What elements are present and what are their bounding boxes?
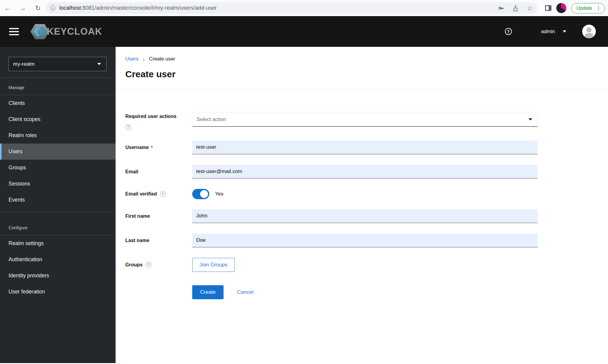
help-icon[interactable]: ? (160, 191, 166, 197)
first-name-field[interactable] (192, 209, 538, 223)
cancel-button[interactable]: Cancel (237, 289, 253, 295)
last-name-label: Last name (125, 238, 192, 243)
first-name-label: First name (125, 213, 192, 219)
chevron-down-icon (529, 118, 532, 120)
email-label: Email (125, 169, 192, 175)
chevron-down-icon (563, 30, 566, 33)
realm-name: my-realm (13, 61, 35, 67)
create-user-form: Required user actions ? Select action Us… (125, 109, 608, 299)
help-icon[interactable]: ? (125, 124, 131, 130)
sidebar-item-users[interactable]: Users (0, 144, 116, 160)
chrome-update-button[interactable]: Update ⋮ (571, 3, 605, 13)
username-field[interactable] (192, 140, 538, 154)
groups-label: Groups ? (125, 262, 192, 268)
help-icon[interactable]: ? (505, 28, 512, 35)
sidebar: my-realm Manage Clients Client scopes Re… (0, 47, 116, 363)
chevron-down-icon (97, 63, 101, 65)
required-user-actions-label: Required user actions (125, 114, 192, 119)
sidebar-item-sessions[interactable]: Sessions (0, 176, 116, 192)
url-host: localhost (59, 5, 81, 11)
required-user-actions-select[interactable]: Select action (192, 112, 538, 127)
toggle-knob (200, 190, 208, 198)
masthead: KEYCLOAK ? admin (0, 16, 608, 47)
required-asterisk: * (151, 145, 153, 150)
site-info-icon[interactable]: i (50, 5, 55, 11)
email-field[interactable] (192, 165, 538, 179)
sidebar-item-groups[interactable]: Groups (0, 160, 116, 176)
browser-menu-icon[interactable]: ⋮ (596, 5, 601, 11)
screen: ← → ↻ i localhost:8081/admin/master/cons… (0, 0, 608, 364)
keycloak-logo-icon (30, 23, 49, 40)
browser-profile-avatar[interactable] (556, 3, 566, 13)
url-text[interactable]: localhost:8081/admin/master/console/#/my… (59, 5, 498, 11)
page-title: Create user (125, 69, 608, 79)
sidebar-item-realm-settings[interactable]: Realm settings (0, 235, 116, 251)
user-avatar[interactable] (582, 25, 596, 38)
browser-toolbar: ← → ↻ i localhost:8081/admin/master/cons… (0, 0, 608, 16)
brand-text: KEYCLOAK (47, 26, 102, 37)
share-icon[interactable] (512, 5, 519, 12)
reload-icon[interactable]: ↻ (34, 4, 42, 12)
section-label-configure: Configure (0, 213, 116, 235)
side-panel-icon[interactable] (545, 5, 551, 11)
email-verified-toggle[interactable] (192, 189, 209, 199)
forward-icon[interactable]: → (19, 4, 27, 12)
section-label-manage: Manage (0, 78, 116, 95)
toggle-state-label: Yes (215, 191, 224, 197)
address-bar[interactable]: i localhost:8081/admin/master/console/#/… (45, 2, 537, 14)
sidebar-item-user-federation[interactable]: User federation (0, 284, 116, 300)
sidebar-item-client-scopes[interactable]: Client scopes (0, 111, 116, 127)
update-label: Update (576, 5, 592, 11)
breadcrumb: Users › Create user (125, 56, 608, 62)
keycloak-logo[interactable]: KEYCLOAK (30, 23, 102, 40)
password-key-icon[interactable] (498, 5, 504, 12)
username-label: admin (541, 29, 555, 35)
user-dropdown[interactable]: admin (541, 29, 566, 35)
breadcrumb-chevron-icon: › (143, 57, 145, 61)
join-groups-button[interactable]: Join Groups (192, 258, 235, 272)
realm-selector[interactable]: my-realm (9, 57, 106, 71)
nav-toggle-icon[interactable] (9, 28, 19, 35)
sidebar-item-identity-providers[interactable]: Identity providers (0, 268, 116, 284)
bookmark-star-icon[interactable]: ☆ (527, 5, 533, 12)
help-icon[interactable]: ? (146, 262, 151, 268)
sidebar-item-clients[interactable]: Clients (0, 95, 116, 111)
back-icon[interactable]: ← (4, 4, 12, 12)
select-placeholder: Select action (196, 116, 226, 123)
username-label: Username * (125, 145, 192, 150)
divider (116, 89, 608, 90)
url-path: :8081/admin/master/console/#/my-realm/us… (81, 5, 217, 11)
sidebar-item-authentication[interactable]: Authentication (0, 251, 116, 268)
last-name-field[interactable] (192, 234, 538, 248)
main-content: Users › Create user Create user Required… (116, 47, 608, 363)
sidebar-item-events[interactable]: Events (0, 192, 116, 208)
email-verified-label: Email verified ? (125, 191, 192, 197)
sidebar-item-realm-roles[interactable]: Realm roles (0, 127, 116, 144)
create-button[interactable]: Create (192, 285, 224, 299)
breadcrumb-users-link[interactable]: Users (125, 56, 138, 62)
breadcrumb-current: Create user (149, 56, 175, 62)
